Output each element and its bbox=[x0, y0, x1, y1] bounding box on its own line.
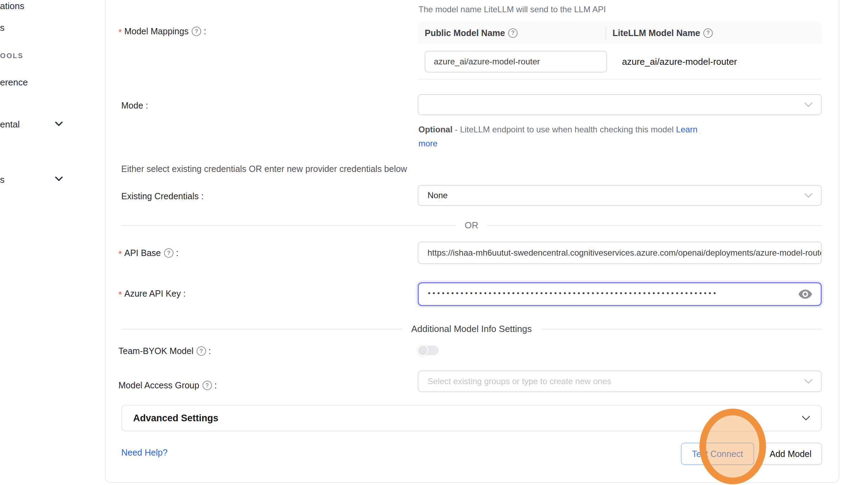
chevron-down-icon bbox=[804, 100, 813, 110]
credentials-note: Either select existing credentials OR en… bbox=[121, 164, 407, 174]
advanced-settings-panel[interactable]: Advanced Settings bbox=[121, 405, 822, 431]
chevron-down-icon bbox=[804, 376, 813, 386]
api-base-input[interactable]: https://ishaa-mh6uutut-swedencentral.cog… bbox=[418, 242, 822, 264]
model-mappings-table: Public Model Name LiteLLM Model Name azu… bbox=[418, 22, 822, 79]
model-access-group-select[interactable]: Select existing groups or type to create… bbox=[418, 370, 822, 392]
chevron-down-icon[interactable] bbox=[55, 176, 63, 182]
api-base-label: API Base bbox=[118, 248, 178, 258]
azure-api-key-input[interactable]: ••••••••••••••••••••••••••••••••••••••••… bbox=[418, 282, 822, 306]
masked-password: ••••••••••••••••••••••••••••••••••••••••… bbox=[428, 289, 789, 297]
table-header: Public Model Name LiteLLM Model Name bbox=[418, 22, 822, 44]
litellm-model-name-value: azure_ai/azure-model-router bbox=[622, 44, 737, 79]
sidebar-item[interactable]: s bbox=[0, 174, 5, 185]
add-model-page: ations s TOOLS erence ental s The model … bbox=[0, 0, 868, 485]
sidebar-item[interactable]: ental bbox=[0, 119, 20, 130]
chevron-down-icon bbox=[804, 190, 813, 200]
sidebar: ations s TOOLS erence ental s bbox=[0, 0, 104, 485]
mode-select[interactable] bbox=[418, 94, 822, 115]
help-icon[interactable] bbox=[508, 28, 518, 38]
mode-label: Mode bbox=[121, 101, 148, 111]
sidebar-item[interactable]: s bbox=[0, 22, 5, 33]
required-asterisk bbox=[118, 289, 124, 299]
need-help-link[interactable]: Need Help? bbox=[121, 448, 168, 458]
model-mappings-label: Model Mappings bbox=[118, 26, 206, 36]
additional-settings-divider: Additional Model Info Settings bbox=[121, 324, 822, 334]
existing-credentials-select[interactable]: None bbox=[418, 185, 822, 206]
column-header-public-model-name: Public Model Name bbox=[418, 28, 606, 38]
mode-hint: Optional - LiteLLM endpoint to use when … bbox=[418, 123, 709, 151]
add-model-button[interactable]: Add Model bbox=[759, 443, 822, 465]
column-header-litellm-model-name: LiteLLM Model Name bbox=[606, 28, 822, 38]
team-byok-label: Team-BYOK Model bbox=[118, 346, 211, 356]
sidebar-section-header: TOOLS bbox=[0, 52, 23, 60]
test-connect-button[interactable]: Test Connect bbox=[681, 443, 754, 465]
table-row: azure_ai/azure-model-router azure_ai/azu… bbox=[418, 44, 822, 79]
help-icon[interactable] bbox=[192, 27, 201, 36]
sidebar-item[interactable]: ations bbox=[0, 1, 24, 12]
column-separator bbox=[606, 27, 606, 39]
public-model-name-input[interactable]: azure_ai/azure-model-router bbox=[425, 51, 607, 72]
required-asterisk bbox=[118, 248, 124, 258]
advanced-settings-title: Advanced Settings bbox=[133, 413, 801, 424]
required-asterisk bbox=[118, 26, 124, 36]
existing-credentials-label: Existing Credentials bbox=[121, 191, 204, 201]
eye-icon[interactable] bbox=[798, 289, 812, 299]
chevron-down-icon[interactable] bbox=[55, 121, 63, 127]
help-icon[interactable] bbox=[703, 28, 713, 38]
model-name-hint: The model name LiteLLM will send to the … bbox=[418, 5, 606, 14]
team-byok-toggle[interactable] bbox=[417, 345, 439, 356]
help-icon[interactable] bbox=[164, 248, 173, 258]
toggle-knob bbox=[417, 345, 429, 356]
chevron-down-icon bbox=[801, 415, 811, 421]
sidebar-item[interactable]: erence bbox=[0, 77, 28, 88]
model-access-group-label: Model Access Group bbox=[118, 380, 217, 390]
or-divider: OR bbox=[121, 220, 822, 231]
azure-api-key-label: Azure API Key bbox=[118, 289, 186, 299]
help-icon[interactable] bbox=[197, 346, 206, 356]
help-icon[interactable] bbox=[203, 381, 212, 390]
